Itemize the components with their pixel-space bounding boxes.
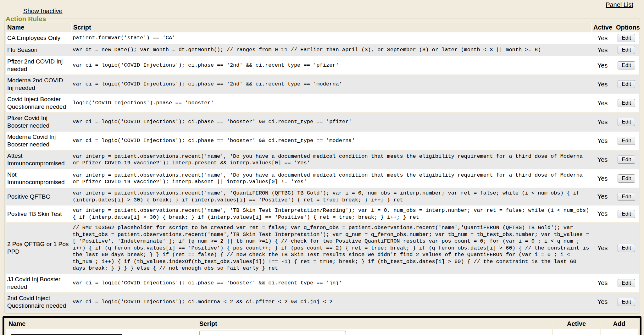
rule-name: Not Immunocompromised [6,169,71,188]
rule-active-value: Yes [591,44,614,56]
edit-button[interactable]: Edit [618,298,635,306]
rule-script: patient.formvar('state') == 'CA' [71,32,591,44]
add-rule-form-inner: Name Script Active Add T [4,318,640,335]
table-row: 2 Pos QFTBG or 1 Pos PPD // RM# 103562 p… [6,223,639,273]
column-header-options: Options [614,23,639,32]
table-row: Covid Inject Booster Questionnaire neede… [6,94,639,112]
edit-button[interactable]: Edit [618,193,635,201]
rule-name: Flu Season [6,44,71,56]
edit-button[interactable]: Edit [618,34,635,42]
rule-options-cell: Edit [614,113,639,131]
rule-active-value: Yes [591,56,614,74]
new-rule-script-textarea[interactable] [199,331,346,335]
rule-options-cell: Edit [614,223,639,273]
rule-active-value: Yes [591,169,614,188]
rule-name: JJ Covid Inj Booster needed [6,274,71,292]
table-row: Attest Immunocompromised var interp = pa… [6,151,639,169]
edit-button[interactable]: Edit [618,118,635,126]
rule-script: var ci = logic('COVID Injections'); ci.p… [71,274,591,292]
table-row: Not Immunocompromised var interp = patie… [6,169,639,188]
edit-button[interactable]: Edit [618,156,635,164]
rule-name: 2nd Covid Inject Questionnaire needed [6,293,71,311]
rule-options-cell: Edit [614,151,639,169]
table-row: Pfizer 2nd COVID Inj needed var ci = log… [6,56,639,74]
rule-name: Attest Immunocompromised [6,151,71,169]
rule-script: var interp = patient.observations.recent… [71,169,591,188]
form-header-add: Add [601,320,638,328]
table-row: Pfizer Covid Inj Booster needed var ci =… [6,113,639,131]
form-header-row: Name Script Active Add [6,320,638,328]
rule-options-cell: Edit [614,132,639,150]
add-rule-table: Name Script Active Add T [6,319,638,335]
edit-button[interactable]: Edit [618,244,635,252]
rule-script: logic('COVID Injections').phase == 'boos… [71,94,591,112]
rule-script: var dt = new Date(); var month = dt.getM… [71,44,591,56]
rules-table: Name Script Active Options CA Employees … [6,23,639,312]
rule-name: Pfizer 2nd COVID Inj needed [6,56,71,74]
edit-button[interactable]: Edit [618,137,635,145]
table-row: Postive TB Skin Test var interp = patien… [6,206,639,222]
rule-active-value: Yes [591,32,614,44]
rule-script: var interp = patient.observations.recent… [71,151,591,169]
rule-active-value: Yes [591,274,614,292]
column-header-script: Script [71,23,591,32]
rules-header-row: Name Script Active Options [6,23,639,32]
top-bar: Show Inactive Panel List [0,0,644,15]
rule-script: var ci = logic('COVID Injections'); ci.p… [71,56,591,74]
form-input-row: Test ✓ Add [6,329,638,335]
panel-list-link[interactable]: Panel List [606,1,633,8]
rule-script: var interp = patient.observations.recent… [71,206,591,222]
form-header-name: Name [6,320,197,328]
rule-options-cell: Edit [614,32,639,44]
rule-options-cell: Edit [614,44,639,56]
rule-active-value: Yes [591,188,614,205]
rule-options-cell: Edit [614,169,639,188]
table-row: JJ Covid Inj Booster needed var ci = log… [6,274,639,292]
edit-button[interactable]: Edit [618,279,635,287]
edit-button[interactable]: Edit [618,61,635,69]
rule-name: Moderna Covid Inj Booster needed [6,132,71,150]
rule-script: var ci = logic('COVID Injections'); ci.p… [71,113,591,131]
add-rule-form: Name Script Active Add T [3,316,641,335]
edit-button[interactable]: Edit [618,210,635,218]
action-rules-panel: Action Rules Name Script Active Options … [4,15,640,314]
form-header-active: Active [553,320,600,328]
rule-options-cell: Edit [614,274,639,292]
rule-active-value: Yes [591,75,614,93]
rule-name: Positive QFTBG [6,188,71,205]
rule-script: // RM# 103562 placeholder for script to … [71,223,591,273]
form-header-script: Script [197,320,552,328]
rule-options-cell: Edit [614,293,639,311]
rule-options-cell: Edit [614,75,639,93]
rule-options-cell: Edit [614,56,639,74]
rule-name: Moderna 2nd COVID Inj needed [6,75,71,93]
table-row: Flu Season var dt = new Date(); var mont… [6,44,639,56]
rule-active-value: Yes [591,206,614,222]
rule-name: Postive TB Skin Test [6,206,71,222]
panel-title: Action Rules [6,15,47,23]
table-row: Moderna Covid Inj Booster needed var ci … [6,132,639,150]
rule-options-cell: Edit [614,94,639,112]
form-active-cell: ✓ [553,329,600,335]
edit-button[interactable]: Edit [618,80,635,88]
show-inactive-link[interactable]: Show Inactive [23,8,63,15]
rule-active-value: Yes [591,293,614,311]
edit-button[interactable]: Edit [618,99,635,107]
rule-active-value: Yes [591,113,614,131]
rule-options-cell: Edit [614,206,639,222]
rule-script: var ci = logic('COVID Injections'); ci.p… [71,132,591,150]
rule-active-value: Yes [591,94,614,112]
table-row: Moderna 2nd COVID Inj needed var ci = lo… [6,75,639,93]
table-row: Positive QFTBG var interp = patient.obse… [6,188,639,205]
new-rule-name-input[interactable] [11,334,122,335]
edit-button[interactable]: Edit [618,174,635,183]
form-script-cell: Test [197,329,552,335]
edit-button[interactable]: Edit [618,46,635,54]
table-row: 2nd Covid Inject Questionnaire needed va… [6,293,639,311]
rule-options-cell: Edit [614,188,639,205]
rule-script: var ci = logic('COVID Injections'); ci.m… [71,293,591,311]
rule-script: var interp = patient.observations.recent… [71,188,591,205]
rule-name: CA Employees Only [6,32,71,44]
table-row: CA Employees Only patient.formvar('state… [6,32,639,44]
form-add-cell: Add [601,329,638,335]
